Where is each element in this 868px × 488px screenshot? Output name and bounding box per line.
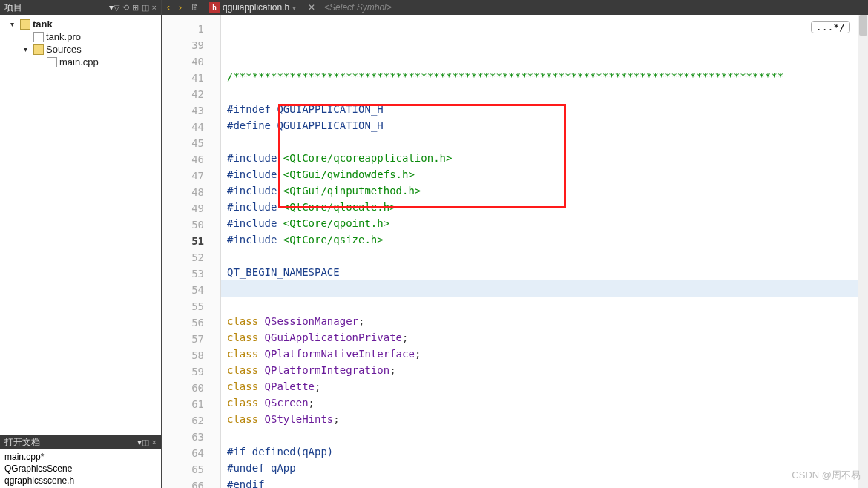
code-line[interactable]: QT_BEGIN_NAMESPACE: [221, 264, 858, 280]
line-number: 43: [162, 102, 220, 119]
line-number: 57: [162, 331, 220, 347]
code-line[interactable]: class QScreen;: [221, 395, 858, 411]
code-content[interactable]: ...*/ /*********************************…: [221, 15, 858, 488]
tree-item-sources[interactable]: ▾ Sources: [0, 43, 161, 56]
line-number: 1: [162, 21, 220, 37]
tree-label: tank.pro: [46, 31, 81, 42]
line-number: 65: [162, 461, 220, 478]
code-line[interactable]: [221, 297, 858, 313]
code-line[interactable]: #if defined(qApp): [221, 444, 858, 460]
code-line[interactable]: #include <QtCore/qpoint.h>: [221, 215, 858, 231]
line-number: 55: [162, 298, 220, 314]
line-number: 52: [162, 249, 220, 266]
split-icon[interactable]: ◫: [142, 3, 149, 13]
close-tab-button[interactable]: ✕: [303, 2, 320, 13]
editor-area: ‹ › 🗎 h qguiapplication.h ▾ ✕ <Select Sy…: [162, 0, 868, 488]
chevron-down-icon[interactable]: ▾: [24, 45, 31, 53]
code-line[interactable]: class QStyleHints;: [221, 411, 858, 427]
line-number: 61: [162, 396, 220, 412]
scroll-thumb[interactable]: [859, 15, 867, 36]
line-number: 56: [162, 314, 220, 331]
code-line[interactable]: #include <QtCore/qsize.h>: [221, 231, 858, 248]
tree-label: main.cpp: [59, 56, 99, 67]
tree-label: Sources: [46, 44, 82, 55]
line-number: 44: [162, 119, 220, 135]
line-number: 50: [162, 217, 220, 233]
code-line[interactable]: #include <QtCore/qlocale.h>: [221, 199, 858, 215]
filter-icon[interactable]: ▽: [114, 3, 119, 13]
open-docs-header: 打开文档 ▾ ◫ ×: [0, 435, 161, 449]
doc-icon[interactable]: 🗎: [188, 2, 202, 13]
code-line[interactable]: class QPalette;: [221, 378, 858, 395]
close-icon[interactable]: ×: [152, 3, 157, 12]
project-panel: 项目 ▾ ▽ ⟲ ⊞ ◫ × ▾ tank tank.pro ▾ Sources: [0, 0, 162, 488]
code-line[interactable]: class QSessionManager;: [221, 313, 858, 329]
code-line[interactable]: #include <QtGui/qinputmethod.h>: [221, 182, 858, 199]
code-line[interactable]: #ifndef QGUIAPPLICATION_H: [221, 101, 858, 117]
nav-back-button[interactable]: ‹: [165, 2, 172, 13]
code-editor[interactable]: 1394041424344454647484950515253545556575…: [162, 15, 868, 488]
project-tree[interactable]: ▾ tank tank.pro ▾ Sources main.cpp: [0, 15, 161, 435]
file-tab[interactable]: h qguiapplication.h ▾: [206, 2, 299, 13]
code-line[interactable]: [221, 85, 858, 101]
chevron-down-icon[interactable]: ▾: [10, 20, 18, 28]
tree-item-main[interactable]: main.cpp: [0, 56, 161, 68]
line-number: 60: [162, 380, 220, 396]
line-number: 42: [162, 86, 220, 102]
line-number: 49: [162, 200, 220, 217]
code-line[interactable]: #endif: [221, 476, 858, 488]
line-number: 51: [162, 233, 220, 249]
code-line[interactable]: #include <QtGui/qwindowdefs.h>: [221, 166, 858, 182]
line-number: 47: [162, 168, 220, 184]
tree-item-pro[interactable]: tank.pro: [0, 30, 161, 43]
line-number: 48: [162, 184, 220, 200]
line-number: 66: [162, 478, 220, 488]
nav-forward-button[interactable]: ›: [177, 2, 184, 13]
line-number: 63: [162, 429, 220, 445]
cpp-file-icon: [47, 57, 57, 67]
symbol-selector[interactable]: <Select Symbol>: [324, 2, 865, 13]
code-line[interactable]: [221, 133, 858, 150]
line-number: 59: [162, 363, 220, 380]
file-dropdown-icon[interactable]: ▾: [292, 4, 296, 12]
folder-icon: [20, 19, 30, 30]
code-line[interactable]: class QPlatformNativeInterface;: [221, 346, 858, 362]
open-doc-item[interactable]: QGraphicsScene: [4, 463, 157, 475]
folder-icon: [33, 44, 44, 55]
tree-root[interactable]: ▾ tank: [0, 18, 161, 30]
code-line[interactable]: class QPlatformIntegration;: [221, 362, 858, 378]
editor-toolbar: ‹ › 🗎 h qguiapplication.h ▾ ✕ <Select Sy…: [162, 0, 868, 15]
code-line[interactable]: [221, 248, 858, 264]
open-doc-item[interactable]: main.cpp*: [4, 451, 157, 463]
code-line[interactable]: /***************************************…: [221, 68, 858, 85]
close-icon[interactable]: ×: [152, 438, 157, 446]
split-icon[interactable]: ◫: [142, 438, 149, 447]
line-number: 58: [162, 347, 220, 363]
file-tab-label: qguiapplication.h: [223, 2, 289, 13]
vertical-scrollbar[interactable]: [858, 15, 868, 488]
line-number: 46: [162, 151, 220, 168]
code-line[interactable]: #define QGUIAPPLICATION_H: [221, 117, 858, 133]
line-number: 53: [162, 266, 220, 282]
tree-label: tank: [33, 19, 53, 30]
code-line[interactable]: #undef qApp: [221, 460, 858, 476]
expand-icon[interactable]: ⊞: [132, 3, 139, 13]
line-number: 41: [162, 70, 220, 86]
line-number-gutter: 1394041424344454647484950515253545556575…: [162, 15, 221, 488]
link-icon[interactable]: ⟲: [122, 3, 129, 13]
line-number: 40: [162, 53, 220, 70]
code-line[interactable]: class QGuiApplicationPrivate;: [221, 329, 858, 346]
project-panel-title: 项目: [4, 1, 109, 14]
fold-badge[interactable]: ...*/: [811, 21, 850, 33]
line-number: 62: [162, 412, 220, 429]
code-line[interactable]: [221, 280, 858, 297]
line-number: 39: [162, 37, 220, 53]
line-number: 54: [162, 282, 220, 298]
open-docs-list: main.cpp* QGraphicsScene qgraphicsscene.…: [0, 449, 161, 488]
open-doc-item[interactable]: qgraphicsscene.h: [4, 475, 157, 487]
project-panel-header: 项目 ▾ ▽ ⟲ ⊞ ◫ ×: [0, 0, 161, 15]
header-file-icon: h: [209, 2, 220, 13]
file-icon: [33, 32, 44, 42]
code-line[interactable]: [221, 427, 858, 444]
code-line[interactable]: #include <QtCore/qcoreapplication.h>: [221, 150, 858, 166]
